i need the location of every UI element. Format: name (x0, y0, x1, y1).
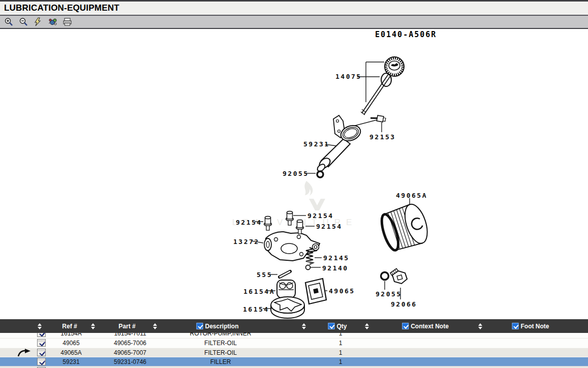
part-16154A-rotor-inner (277, 280, 295, 298)
diagram-code: E0140-A506R (375, 30, 437, 39)
callout-92154b[interactable]: 92154 (236, 219, 262, 226)
context-note-checkbox[interactable] (402, 323, 409, 329)
callout-92055b[interactable]: 92055 (376, 290, 402, 298)
callout-49065A[interactable]: 49065A (396, 192, 427, 199)
callout-555[interactable]: 555 (257, 271, 272, 279)
part-cell: 49065-7006 (114, 339, 146, 348)
toolbar (0, 16, 588, 29)
column-header-description[interactable]: Description (196, 319, 238, 333)
callout-16154A[interactable]: 16154A (243, 288, 275, 295)
callout-92055a[interactable]: 92055 (283, 170, 309, 177)
table-row-49065[interactable]: 49065 49065-7006 FILTER-OIL 1 (0, 339, 588, 348)
ref-cell: 59231 (63, 357, 79, 366)
part-14075-dipstick (361, 57, 404, 115)
callout-13272[interactable]: 13272 (233, 238, 260, 246)
hotspot-icon[interactable] (48, 17, 58, 26)
part-cell: 49065-7007 (114, 348, 146, 357)
callout-49065[interactable]: 49065 (329, 287, 355, 295)
table-row-partial[interactable] (0, 366, 588, 368)
description-checkbox[interactable] (196, 323, 203, 329)
zoom-out-icon[interactable] (18, 17, 28, 26)
select-part-icon[interactable] (37, 339, 46, 347)
desc-cell: FILTER-OIL (204, 339, 237, 348)
callout-92145[interactable]: 92145 (323, 254, 350, 262)
part-cell: 59231-0746 (114, 357, 146, 366)
ref-cell: 49065 (63, 339, 79, 348)
column-header-foot-note[interactable]: Foot Note (512, 319, 549, 333)
part-555-pin (280, 271, 290, 277)
sort-control-2[interactable] (91, 319, 95, 333)
current-part-arrow-icon (17, 349, 31, 357)
sort-control-5[interactable] (365, 319, 369, 333)
qty-cell: 1 (339, 348, 343, 357)
callout-14075[interactable]: 14075 (335, 73, 362, 80)
desc-cell: FILLER (210, 357, 231, 366)
sort-control-6[interactable] (478, 319, 482, 333)
print-icon[interactable] (63, 17, 73, 26)
column-header-context-note[interactable]: Context Note (402, 319, 449, 333)
title-bar: LUBRICATION-EQUIPMENT (0, 0, 588, 16)
zoom-in-icon[interactable] (4, 17, 14, 26)
table-row-49065A[interactable]: 49065A 49065-7007 FILTER-OIL 1 (0, 348, 588, 357)
table-row-59231-selected[interactable]: 59231 59231-0746 FILLER 1 (0, 357, 588, 366)
page-title: LUBRICATION-EQUIPMENT (4, 3, 119, 13)
callout-92153[interactable]: 92153 (369, 133, 396, 141)
column-header-ref[interactable]: Ref # (62, 319, 77, 333)
part-92140-washer (306, 265, 311, 270)
callout-92154c[interactable]: 92154 (316, 223, 343, 230)
column-header-qty[interactable]: Qty (328, 319, 347, 333)
part-16154-rotor (271, 297, 304, 318)
select-part-icon[interactable] (37, 349, 46, 356)
sort-control-3[interactable] (153, 319, 157, 333)
qty-cell: 1 (339, 333, 343, 338)
column-header-part[interactable]: Part # (118, 319, 135, 333)
select-part-icon[interactable] (37, 333, 46, 337)
callout-92140[interactable]: 92140 (322, 264, 349, 272)
desc-cell: ROTOR-PUMP,INNER (190, 333, 252, 338)
callout-92066[interactable]: 92066 (391, 300, 417, 308)
qty-cell: 1 (339, 339, 343, 348)
part-cell: 16154-7011 (114, 333, 146, 338)
parts-diagram: LEADVENTURE (0, 29, 588, 319)
table-row-16154A[interactable]: 16154A 16154-7011 ROTOR-PUMP,INNER 1 (0, 333, 588, 339)
part-92055-oring-right (381, 272, 389, 280)
callout-59231[interactable]: 59231 (303, 140, 330, 148)
callout-16154[interactable]: 16154 (243, 305, 269, 313)
ref-cell: 49065A (60, 348, 81, 357)
part-92066-plug (390, 268, 407, 284)
qty-cell: 1 (339, 357, 343, 366)
flash-icon[interactable] (33, 17, 43, 26)
qty-checkbox[interactable] (328, 323, 334, 329)
desc-cell: FILTER-OIL (204, 348, 237, 357)
foot-note-checkbox[interactable] (512, 323, 519, 329)
ref-cell: 16154A (60, 333, 81, 338)
table-header: Ref # Part # Description Qty Context Not… (0, 319, 588, 333)
sort-control-4[interactable] (302, 319, 306, 333)
callout-92154a[interactable]: 92154 (307, 212, 334, 220)
select-part-icon[interactable] (37, 358, 46, 365)
part-49065-filter-plate (305, 279, 326, 304)
sort-control-1[interactable] (38, 319, 42, 333)
part-49065A-oil-filter (378, 201, 432, 253)
part-92055-oring-left (317, 171, 323, 177)
